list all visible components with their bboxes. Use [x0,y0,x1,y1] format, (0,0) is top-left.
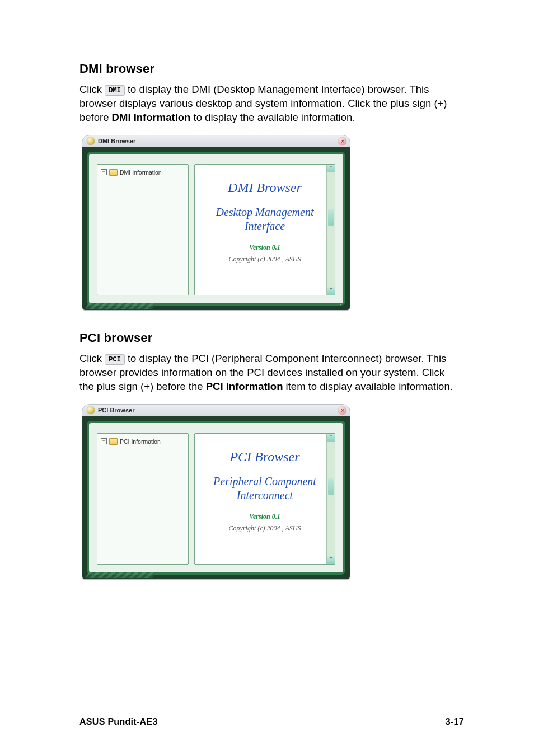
dmi-bold-term: DMI Information [112,111,191,123]
expand-icon[interactable]: + [101,438,107,444]
folder-icon [109,169,118,176]
pci-sub-line1: Peripheral Component [213,475,316,487]
dmi-sub-line2: Interface [245,220,285,232]
pci-titlebar[interactable]: PCI Browser ✕ [82,404,350,416]
scroll-thumb[interactable] [328,478,334,495]
pci-sub-line2: Interconnect [237,489,293,501]
dmi-frame: + DMI Information ˄ ˅ DMI Browser Deskto… [87,152,345,306]
app-icon [87,137,95,145]
dmi-scrollbar[interactable]: ˄ ˅ [326,165,335,295]
pci-tree[interactable]: + PCI Information [97,433,189,565]
scroll-down-icon[interactable]: ˅ [327,287,335,295]
dmi-content-headline: DMI Browser [228,180,302,195]
dmi-content-sub: Desktop Management Interface [216,205,314,233]
decorative-stripes [85,303,156,309]
pci-inline-button[interactable]: PCI [105,354,125,365]
pci-copyright: Copyright (c) 2004 , ASUS [229,524,301,533]
pci-content-sub: Peripheral Component Interconnect [213,475,316,503]
pci-content-pane: ˄ ˅ PCI Browser Peripheral Component Int… [194,433,335,565]
dmi-para-pre: Click [79,83,105,95]
footer-right: 3-17 [446,717,464,727]
dmi-heading: DMI browser [79,62,458,76]
pci-window-body: + PCI Information ˄ ˅ PCI Browser Periph… [82,416,350,580]
dmi-sub-line1: Desktop Management [216,206,314,218]
pci-version: Version 0.1 [249,513,280,521]
page-footer: ASUS Pundit-AE3 3-17 [79,713,464,727]
folder-icon [109,438,118,445]
dmi-window: DMI Browser ✕ + DMI Information ˄ ˅ [82,135,350,311]
dmi-paragraph: Click DMI to display the DMI (Desktop Ma… [79,83,458,125]
pci-scrollbar[interactable]: ˄ ˅ [326,434,335,564]
pci-bold-term: PCI Information [206,381,283,392]
close-icon[interactable]: ✕ [338,137,346,145]
pci-heading: PCI browser [79,331,458,345]
dmi-para-mid2: to display the available information. [194,111,355,123]
pci-content-headline: PCI Browser [229,449,299,464]
dmi-inline-button[interactable]: DMI [105,85,125,96]
pci-tree-root[interactable]: + PCI Information [101,438,185,445]
pci-paragraph: Click PCI to display the PCI (Peripheral… [79,352,458,394]
pci-window: PCI Browser ✕ + PCI Information ˄ ˅ [82,404,350,580]
scroll-up-icon[interactable]: ˄ [327,165,335,172]
pci-frame: + PCI Information ˄ ˅ PCI Browser Periph… [87,421,345,575]
pci-para-pre: Click [79,353,105,364]
dmi-title-text: DMI Browser [98,138,135,144]
pci-title-text: PCI Browser [98,407,134,414]
pci-tree-root-label: PCI Information [120,438,161,445]
dmi-tree-root-label: DMI Information [120,169,162,176]
dmi-window-body: + DMI Information ˄ ˅ DMI Browser Deskto… [82,147,350,311]
scroll-down-icon[interactable]: ˅ [327,556,335,564]
dmi-version: Version 0.1 [249,243,280,252]
scroll-up-icon[interactable]: ˄ [327,434,335,442]
document-page: DMI browser Click DMI to display the DMI… [0,0,534,756]
dmi-tree-root[interactable]: + DMI Information [101,169,185,176]
dmi-tree[interactable]: + DMI Information [97,164,189,295]
expand-icon[interactable]: + [101,169,107,175]
app-icon [87,406,95,414]
dmi-titlebar[interactable]: DMI Browser ✕ [82,135,350,147]
dmi-content-pane: ˄ ˅ DMI Browser Desktop Management Inter… [194,164,335,295]
footer-left: ASUS Pundit-AE3 [79,717,158,727]
scroll-thumb[interactable] [328,209,334,226]
dmi-copyright: Copyright (c) 2004 , ASUS [229,255,301,264]
resize-grip-icon[interactable]: ⋰ [338,571,344,577]
decorative-stripes [85,572,156,578]
close-icon[interactable]: ✕ [338,406,346,415]
resize-grip-icon[interactable]: ⋰ [338,302,344,308]
pci-para-mid2: item to display available information. [286,381,453,392]
